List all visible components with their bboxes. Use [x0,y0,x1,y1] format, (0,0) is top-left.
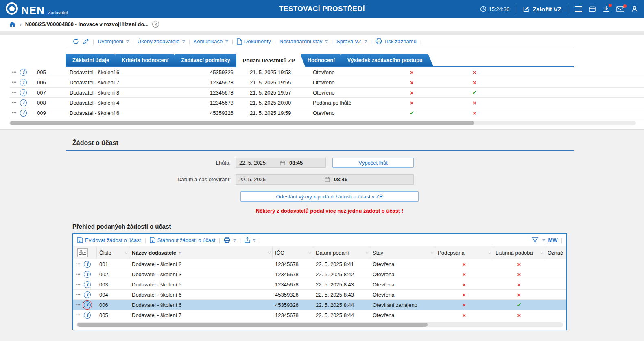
profile-button[interactable] [631,5,638,13]
requests-table-row[interactable]: •••i006Dodavatel - školení 64535932622. … [73,300,566,310]
mw-filter-label[interactable]: MW [548,237,558,243]
deadline-date[interactable]: 22. 5. 2025 [239,160,280,166]
requests-table-row[interactable]: •••i005Dodavatel - školení 71234567822. … [73,310,566,320]
row-menu-icon[interactable]: ••• [76,282,81,286]
info-icon[interactable]: i [84,301,91,308]
header-oznaceni[interactable]: Označ [545,246,566,259]
back-button[interactable] [72,38,79,45]
toolbar-item-ukony-zadavatele[interactable]: Úkony zadavatele▽ [138,38,185,44]
downloads-button[interactable] [603,5,610,13]
opening-field[interactable]: 22. 5. 2025 08:45 [236,174,414,185]
row-menu-icon[interactable]: ••• [12,111,17,115]
x-icon: × [463,281,466,288]
header-ico[interactable]: IČO▽ [273,246,313,259]
row-menu-icon[interactable]: ••• [12,80,17,84]
tab-hodnoceni[interactable]: Hodnocení [301,54,345,66]
create-vz-button[interactable]: Založit VZ [523,6,561,13]
opening-date[interactable]: 22. 5. 2025 [239,176,325,183]
calendar-icon[interactable] [280,160,285,165]
row-menu-icon[interactable]: ••• [12,90,17,95]
nen-logo-icon [6,2,18,15]
filter-chevron-icon[interactable]: ▽ [268,251,271,255]
info-icon[interactable]: i [20,79,27,86]
info-icon[interactable]: i [20,89,27,96]
filter-chevron-icon[interactable]: ▽ [431,251,433,255]
participants-table-row[interactable]: •••i005Dodavatel - školení 64535932621. … [9,67,644,77]
download-requests-button[interactable]: Stáhnout žádosti o účast [150,237,215,243]
participants-table-row[interactable]: •••i009Dodavatel - školení 64535932621. … [9,108,644,118]
info-icon[interactable]: i [84,271,91,278]
row-menu-icon[interactable]: ••• [12,101,17,105]
participants-table-row[interactable]: •••i006Dodavatel - školení 71234567821. … [9,77,644,88]
calc-deadlines-button[interactable]: Výpočet lhůt [332,158,414,168]
toolbar-item-nestandardni-stav[interactable]: Nestandardní stav▽ [279,38,328,44]
row-menu-icon[interactable]: ••• [76,272,81,276]
info-icon[interactable]: i [84,281,91,288]
close-record-icon[interactable]: × [152,21,159,28]
toolbar-item-komunikace[interactable]: Komunikace▽ [194,38,228,44]
filter-chevron-icon[interactable]: ▽ [309,251,311,255]
info-icon[interactable]: i [20,69,27,76]
chevron-down-icon[interactable]: ▽ [542,238,545,242]
header-datum-podani[interactable]: Datum podání▽ [313,246,370,259]
requests-table-row[interactable]: •••i003Dodavatel - školení 51234567822. … [73,279,566,290]
deadline-field[interactable]: 22. 5. 2025 08:45 [236,158,326,168]
deadline-time[interactable]: 08:45 [289,160,303,166]
register-request-button[interactable]: Evidovat žádost o účast [77,237,141,243]
filter-icon[interactable] [532,237,538,243]
horizontal-scrollbar[interactable] [9,121,636,125]
header-stav[interactable]: Stav▽ [370,246,435,259]
filter-chevron-icon[interactable]: ▽ [541,251,543,255]
requests-table-row[interactable]: •••i004Dodavatel - školení 64535932622. … [73,290,566,300]
row-menu-icon[interactable]: ••• [12,70,17,74]
tab-zadavaci-podminky[interactable]: Zadávací podmínky [175,54,241,66]
participants-table-row[interactable]: •••i007Dodavatel - školení 81234567821. … [9,88,644,98]
row-menu-icon[interactable]: ••• [76,293,81,297]
calendar-button[interactable] [589,5,596,13]
edit-record-button[interactable] [83,38,89,44]
toolbar-item-uverejneni[interactable]: Uveřejnění▽ [98,38,129,44]
opening-time[interactable]: 08:45 [334,176,347,183]
divider: | [93,38,94,44]
row-menu-icon[interactable]: ••• [76,262,81,266]
scrollbar-thumb[interactable] [77,323,428,327]
export-table-button[interactable]: ▽ [245,237,255,243]
info-icon[interactable]: i [84,291,91,298]
participants-table-row[interactable]: •••i008Dodavatel - školení 41234567821. … [9,98,644,108]
horizontal-scrollbar[interactable] [76,322,563,327]
row-menu-icon[interactable]: ••• [76,313,81,317]
info-icon[interactable]: i [84,312,91,319]
print-table-button[interactable]: ▽ [224,237,236,243]
filter-chevron-icon[interactable]: ▽ [489,251,491,255]
messages-button[interactable] [616,6,624,12]
divider [516,4,516,13]
tabs-container: Základní údaje Kritéria hodnocení Zadáva… [0,48,644,67]
column-settings-icon[interactable] [77,248,88,257]
home-icon[interactable] [9,21,16,27]
info-icon[interactable]: i [20,99,27,106]
filter-chevron-icon[interactable]: ▽ [366,251,368,255]
header-podepsana[interactable]: Podepsána▽ [435,246,493,259]
row-menu-icon[interactable]: ••• [76,303,81,307]
calendar-icon[interactable] [325,177,330,182]
requests-table-row[interactable]: •••i002Dodavatel - školení 31234567822. … [73,269,566,279]
header-listinna-podoba[interactable]: Listinná podoba▽ [493,246,545,259]
scrollbar-thumb[interactable] [10,121,474,125]
info-icon[interactable]: i [20,110,27,117]
header-nazev-dodavatele[interactable]: Název dodavatele↑▽ [129,246,273,259]
main-menu-button[interactable] [575,6,582,12]
header-cislo[interactable]: Číslo▽ [97,246,129,259]
tab-vysledek-zadavaciho-postupu[interactable]: Výsledek zadávacího postupu [341,54,433,66]
requests-table-row[interactable]: •••i001Dodavatel - školení 21234567822. … [73,259,566,269]
toolbar-item-dokumenty[interactable]: Dokumenty [237,38,271,45]
tab-kriteria-hodnoceni[interactable]: Kritéria hodnocení [115,54,179,66]
send-invitation-button[interactable]: Odeslání výzvy k podání žádosti o účast … [240,191,419,202]
toolbar-item-tisk-zaznamu[interactable]: Tisk záznamu [375,38,417,44]
tab-podani-ucastniku-zp[interactable]: Podání účastníků ZP [236,54,306,67]
filter-chevron-icon[interactable]: ▽ [125,251,127,255]
breadcrumb-record[interactable]: N006/25/V00004860 - Inovace v rozvoji ří… [25,21,148,27]
toolbar-item-sprava-vz[interactable]: Správa VZ▽ [336,38,367,44]
nen-logo[interactable]: NEN Zadavatel [6,2,68,15]
info-icon[interactable]: i [84,261,91,268]
tab-zakladni-udaje[interactable]: Základní údaje [66,54,120,66]
